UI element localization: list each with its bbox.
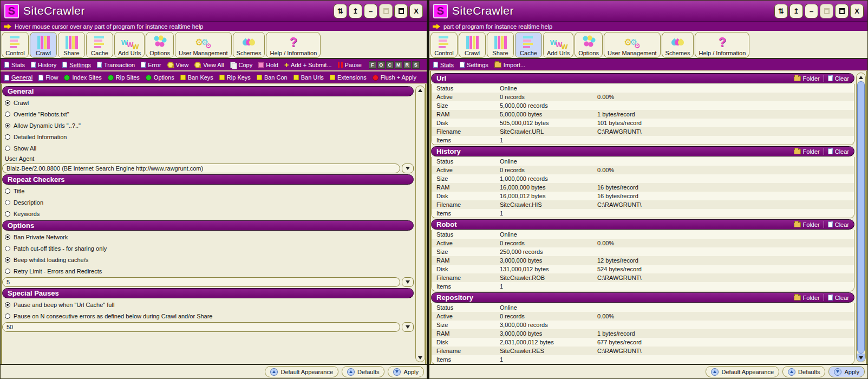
radio-icon[interactable] xyxy=(5,257,10,263)
radio-icon[interactable] xyxy=(5,200,10,205)
defaults-button[interactable]: Defaults xyxy=(342,366,384,377)
toolbar-button-crawl[interactable]: Crawl xyxy=(459,32,486,58)
scroll-up-button[interactable] xyxy=(416,86,425,94)
menu-item-settings[interactable]: Settings xyxy=(460,62,488,68)
radio-option-pause-beep-full[interactable]: Pause and beep when "Url Cache" full xyxy=(2,299,414,310)
menu-item-import[interactable]: Import... xyxy=(494,62,525,68)
radio-option-show-all[interactable]: Show All xyxy=(2,142,414,154)
radio-icon[interactable] xyxy=(5,100,10,106)
toolbar-button-control[interactable]: Control xyxy=(2,32,29,58)
radio-option-detailed-information[interactable]: Detailed Information xyxy=(2,131,414,142)
submenu-item-flush-apply[interactable]: Flush + Apply xyxy=(373,74,416,81)
folder-button[interactable]: Folder xyxy=(794,75,820,82)
user-agent-dropdown-button[interactable] xyxy=(402,164,414,173)
apply-button[interactable]: Apply xyxy=(388,366,424,377)
radio-option-override-robots[interactable]: Override "Robots.txt" xyxy=(2,108,414,120)
menu-item-settings[interactable]: Settings xyxy=(62,62,91,68)
menu-item-hold[interactable]: Hold xyxy=(258,62,278,68)
close-button[interactable]: X xyxy=(409,4,423,18)
consecutive-errors-dropdown-button[interactable] xyxy=(402,322,414,332)
submenu-item-rip-sites[interactable]: Rip Sites xyxy=(108,74,140,81)
folder-button[interactable]: Folder xyxy=(794,148,820,155)
radio-icon[interactable] xyxy=(5,211,10,217)
radio-icon[interactable] xyxy=(5,302,10,308)
maximize-button[interactable] xyxy=(394,4,408,18)
badge-s[interactable]: S xyxy=(412,61,420,69)
stay-on-top-button[interactable]: ↥ xyxy=(789,4,803,18)
retry-limit-field[interactable]: 5 xyxy=(2,277,400,287)
toolbar-button-user-management[interactable]: ⚙⚙⚙ User Management xyxy=(604,32,661,58)
toolbar-button-cache[interactable]: Cache xyxy=(86,32,113,58)
clear-button[interactable]: Clear xyxy=(828,75,849,82)
vertical-scrollbar[interactable] xyxy=(415,86,425,362)
stay-on-top-button[interactable]: ↥ xyxy=(349,4,362,18)
titlebar[interactable]: S SiteCrawler ⇅ ↥ – X xyxy=(429,1,867,21)
toolbar-button-add-urls[interactable]: WWW Add Urls xyxy=(543,32,573,58)
radio-icon[interactable] xyxy=(5,269,10,274)
scroll-thumb[interactable] xyxy=(857,81,865,354)
clear-button[interactable]: Clear xyxy=(828,221,849,228)
toolbar-button-schemes[interactable]: Schemes xyxy=(662,32,694,58)
toolbar-button-share[interactable]: Share xyxy=(487,32,514,58)
clear-button[interactable]: Clear xyxy=(828,295,849,301)
rollup-button[interactable]: ⇅ xyxy=(334,4,347,18)
radio-icon[interactable] xyxy=(5,134,10,140)
submenu-item-ban-keys[interactable]: Ban Keys xyxy=(180,74,213,81)
consecutive-errors-field[interactable]: 50 xyxy=(2,322,400,332)
radio-icon[interactable] xyxy=(5,112,10,117)
radio-option-beep-loading[interactable]: Beep whilist loading cache/s xyxy=(2,254,414,265)
default-appearance-button[interactable]: Default Appearance xyxy=(265,366,338,377)
folder-button[interactable]: Folder xyxy=(794,221,820,228)
badge-o[interactable]: O xyxy=(377,61,385,69)
default-appearance-button[interactable]: Default Appearance xyxy=(706,366,779,377)
radio-option-patch-cutoff-titles[interactable]: Patch cut-off titles - for sharing only xyxy=(2,243,414,254)
radio-icon[interactable] xyxy=(5,246,10,251)
radio-option-allow-dynamic-urls[interactable]: Allow Dynamic Urls "..?.." xyxy=(2,120,414,131)
radio-icon[interactable] xyxy=(5,234,10,240)
badge-c[interactable]: C xyxy=(386,61,394,69)
radio-option-ban-private-network[interactable]: Ban Private Network xyxy=(2,231,414,243)
badge-f[interactable]: F xyxy=(369,61,376,69)
submenu-item-options[interactable]: Options xyxy=(146,74,174,81)
radio-option-crawl[interactable]: Crawl xyxy=(2,97,414,108)
rollup-button[interactable]: ⇅ xyxy=(774,4,788,18)
toolbar-button-cache[interactable]: Cache xyxy=(515,32,542,58)
toolbar-button-add-urls[interactable]: WWW Add Urls xyxy=(114,32,145,58)
radio-option-title[interactable]: Title xyxy=(2,185,414,197)
menu-item-copy[interactable]: Copy xyxy=(230,62,253,68)
menu-item-add-submit[interactable]: +Add + Submit... xyxy=(284,62,332,68)
toolbar-button-options[interactable]: Options xyxy=(575,32,603,58)
apply-button[interactable]: Apply xyxy=(828,366,865,377)
titlebar[interactable]: S SiteCrawler ⇅ ↥ – X xyxy=(1,1,427,21)
toolbar-button-control[interactable]: Control xyxy=(430,32,458,58)
toolbar-button-options[interactable]: Options xyxy=(146,32,174,58)
defaults-button[interactable]: Defaults xyxy=(782,366,825,377)
clear-button[interactable]: Clear xyxy=(828,148,849,155)
radio-icon[interactable] xyxy=(5,123,10,128)
menu-item-transaction[interactable]: Transaction xyxy=(97,62,135,68)
minimize-button[interactable]: – xyxy=(805,4,818,18)
submenu-item-ban-urls[interactable]: Ban Urls xyxy=(293,74,324,81)
menu-item-view[interactable]: View xyxy=(167,62,189,68)
radio-icon[interactable] xyxy=(5,313,10,319)
menu-item-stats[interactable]: Stats xyxy=(433,62,454,68)
submenu-item-general[interactable]: General xyxy=(4,74,32,81)
menu-item-stats[interactable]: Stats xyxy=(4,62,25,68)
submenu-item-extensions[interactable]: Extensions xyxy=(330,74,367,81)
maximize-button[interactable] xyxy=(835,4,849,18)
radio-icon[interactable] xyxy=(5,146,10,151)
submenu-item-rip-keys[interactable]: Rip Keys xyxy=(219,74,251,81)
toolbar-button-share[interactable]: Share xyxy=(58,32,85,58)
scroll-track[interactable] xyxy=(416,94,425,354)
radio-icon[interactable] xyxy=(5,188,10,194)
vertical-scrollbar[interactable] xyxy=(856,73,866,362)
toolbar-button-user-management[interactable]: ⚙⚙⚙ User Management xyxy=(175,32,232,58)
badge-m[interactable]: M xyxy=(395,61,402,69)
close-button[interactable]: X xyxy=(850,4,864,18)
scroll-track[interactable] xyxy=(857,81,865,354)
badge-r[interactable]: R xyxy=(403,61,411,69)
folder-button[interactable]: Folder xyxy=(794,295,820,301)
toolbar-button-crawl[interactable]: Crawl xyxy=(30,32,57,58)
radio-option-keywords[interactable]: Keywords xyxy=(2,208,414,219)
scroll-down-button[interactable] xyxy=(857,354,865,362)
